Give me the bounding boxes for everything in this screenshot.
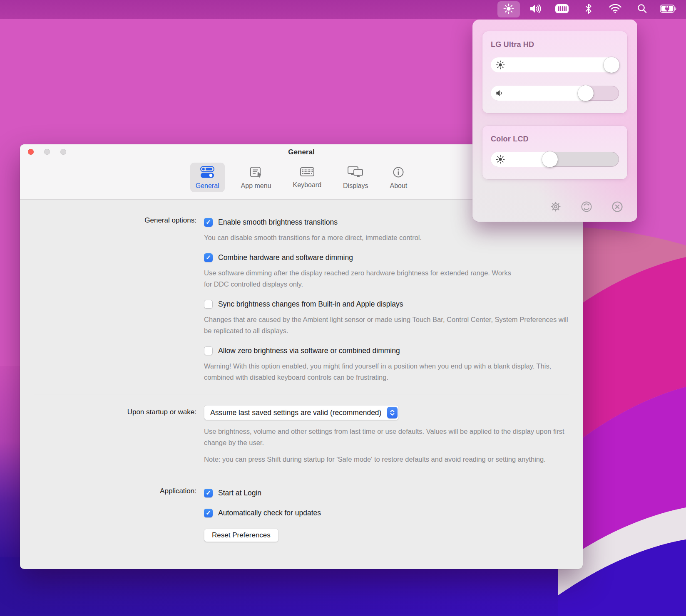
checkbox[interactable] — [204, 218, 213, 227]
general-options-row: General options: Enable smooth brightnes… — [20, 216, 583, 383]
wifi-icon — [609, 3, 622, 15]
close-icon[interactable] — [611, 200, 624, 215]
general-options-label: General options: — [20, 216, 196, 383]
select-stepper-icon — [387, 407, 398, 418]
tab-about[interactable]: About — [385, 163, 413, 192]
menubar-keyboard-brightness-item[interactable] — [549, 0, 575, 19]
gear-icon[interactable] — [549, 200, 562, 215]
traffic-lights — [28, 149, 66, 155]
battery-charging-icon — [660, 4, 677, 15]
application-label: Application: — [20, 487, 196, 542]
display-control-popover: LG Ultra HD — [472, 20, 637, 222]
checkbox[interactable] — [204, 509, 213, 517]
volume-slider[interactable] — [491, 86, 619, 101]
tab-app-menu[interactable]: App menu — [236, 163, 277, 192]
checkbox[interactable] — [204, 253, 213, 262]
display-name: LG Ultra HD — [491, 40, 619, 49]
checkbox-zero-brightness[interactable]: Allow zero brightness via software or co… — [204, 345, 574, 356]
help-text: Use brightness, volume and other setting… — [204, 426, 566, 448]
search-icon — [637, 3, 647, 15]
toggles-icon — [200, 166, 215, 180]
keyboard-brightness-icon — [555, 4, 569, 15]
volume-icon — [495, 89, 505, 97]
tab-keyboard[interactable]: Keyboard — [288, 163, 327, 191]
tab-label: General — [196, 182, 219, 190]
checkbox-combine-dimming[interactable]: Combine hardware and software dimming — [204, 252, 574, 263]
refresh-icon[interactable] — [580, 200, 593, 215]
bluetooth-icon — [584, 3, 594, 16]
checkbox-start-at-login[interactable]: Start at Login — [204, 487, 321, 499]
checkbox[interactable] — [204, 346, 213, 355]
close-window-button[interactable] — [28, 149, 34, 155]
desktop: General General — [0, 0, 686, 616]
tab-displays[interactable]: Displays — [338, 163, 373, 192]
help-text: Warning! With this option enabled, you m… — [204, 361, 574, 383]
menubar-volume-item[interactable] — [522, 0, 549, 19]
menubar-battery-item[interactable] — [655, 0, 682, 19]
brightness-icon — [495, 154, 505, 164]
startup-label: Upon startup or wake: — [20, 405, 196, 465]
tab-general[interactable]: General — [190, 163, 225, 192]
note-text: Note: you can press Shift during startup… — [204, 454, 558, 465]
display-name: Color LCD — [491, 135, 619, 143]
menubar-wifi-item[interactable] — [602, 0, 629, 19]
display-card-colorlcd: Color LCD — [482, 126, 627, 179]
checkbox-auto-updates[interactable]: Automatically check for updates — [204, 507, 321, 519]
minimize-window-button[interactable] — [44, 149, 50, 155]
tab-label: App menu — [241, 182, 271, 190]
application-row: Application: Start at Login Automaticall… — [20, 487, 583, 542]
menu-bar — [0, 0, 686, 19]
menubar-brightness-item[interactable] — [495, 0, 522, 19]
help-text: Use software dimming after the display r… — [204, 267, 512, 290]
info-icon — [392, 166, 405, 180]
help-text: Changes that are caused by the Ambient l… — [204, 314, 570, 336]
startup-select[interactable]: Assume last saved settings are valid (re… — [204, 405, 399, 420]
brightness-slider[interactable] — [491, 152, 619, 167]
slider-knob[interactable] — [604, 57, 619, 73]
help-text: You can disable smooth transitions for a… — [204, 232, 504, 243]
tab-label: Keyboard — [293, 181, 322, 189]
displays-icon — [347, 166, 364, 180]
popover-footer — [549, 200, 624, 215]
volume-icon — [529, 3, 542, 16]
zoom-window-button[interactable] — [60, 149, 66, 155]
menubar-bluetooth-item[interactable] — [575, 0, 602, 19]
checkbox[interactable] — [204, 300, 213, 309]
checkbox[interactable] — [204, 489, 213, 497]
slider-knob[interactable] — [542, 151, 558, 167]
display-card-lg: LG Ultra HD — [482, 31, 627, 113]
slider-knob[interactable] — [578, 85, 594, 101]
slider-fill — [491, 57, 619, 72]
section-divider — [34, 394, 569, 394]
brightness-icon — [503, 3, 514, 16]
window-title: General — [288, 148, 314, 156]
settings-content: General options: Enable smooth brightnes… — [20, 200, 583, 542]
menubar-spotlight-item[interactable] — [629, 0, 655, 19]
section-divider — [34, 476, 569, 476]
brightness-slider[interactable] — [491, 57, 619, 72]
reset-preferences-button[interactable]: Reset Preferences — [204, 529, 278, 542]
app-menu-icon — [249, 166, 263, 180]
brightness-icon — [495, 60, 505, 70]
startup-row: Upon startup or wake: Assume last saved … — [20, 405, 583, 465]
tab-label: Displays — [343, 182, 368, 190]
keyboard-icon — [300, 166, 315, 179]
slider-fill — [491, 86, 593, 101]
checkbox-sync-brightness[interactable]: Sync brightness changes from Built-in an… — [204, 298, 574, 310]
startup-select-value: Assume last saved settings are valid (re… — [210, 408, 381, 417]
tab-label: About — [390, 182, 408, 190]
